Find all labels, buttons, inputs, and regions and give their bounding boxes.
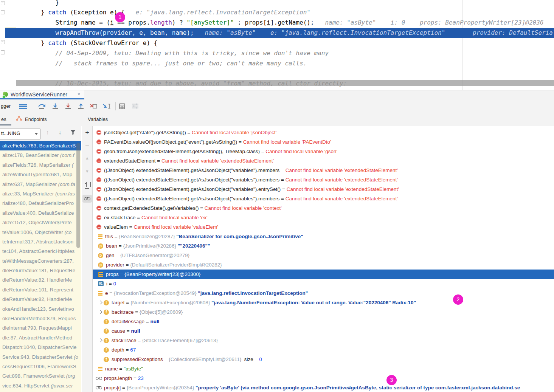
close-icon[interactable]: ✕ [77,92,81,97]
editor-gutter[interactable] [0,0,5,90]
frame-row[interactable]: dle:87, AbstractHandlerMethod [0,333,81,342]
fold-marker-icon[interactable] [1,10,5,14]
fold-marker-icon[interactable] [1,40,5,44]
fold-marker-icon[interactable] [1,1,5,5]
variable-row[interactable]: e = {InvocationTargetException@20549} "j… [93,288,554,298]
run-to-cursor-icon[interactable] [102,103,111,111]
frame-row[interactable]: dleReturnValue:82, HandlerMe [0,294,81,304]
value-icon [98,234,102,239]
show-watches-toggle-icon[interactable] [82,195,92,203]
watch-error-row[interactable]: valueElem = Cannot find local variable '… [93,222,554,232]
hamburger-menu-icon[interactable] [19,104,27,111]
tab-endpoints[interactable]: Endpoints [16,115,22,124]
variable-row[interactable]: suppressedExceptions = {Collections$Empt… [93,355,554,364]
frame-row[interactable]: alize:33, MapSerializer (com.fas [0,189,81,198]
debugger-label: gger [1,103,11,109]
expand-chevron-icon[interactable] [98,338,104,343]
watch-glasses-icon [96,377,102,380]
tab-threads-variables[interactable]: es [1,116,6,122]
watch-error-row[interactable]: gson.fromJson(extendedStateElement.getAs… [93,147,554,156]
variable-row[interactable]: stackTrace = {StackTraceElement[67]@2061… [93,336,554,345]
remove-watch-icon[interactable]: − [82,141,93,149]
frame-row[interactable]: alizeFields:726, MapSerializer ( [0,160,81,170]
watch-glasses-icon [96,386,102,389]
frame-row[interactable]: alize:637, MapSerializer (com.fa [0,180,81,189]
debug-toolwindow-header: WorkflowServiceRunner ✕ [0,90,554,99]
frame-row[interactable]: alize:1512, ObjectWriter$Prefe [0,218,81,227]
thread-dropdown[interactable]: tt...NING [0,129,41,139]
frame-row[interactable]: Dispatch:1040, DispatcherServle [0,342,81,352]
evaluate-expression-icon[interactable] [119,103,126,111]
variable-row[interactable]: backtrace = {Object[5]@20609} [93,307,554,317]
frame-row[interactable]: teInternal:317, AbstractJackson [0,237,81,246]
watch-error-row[interactable]: jsonObject.get("state").getAsString() = … [93,128,554,137]
variable-row[interactable]: name = "asByte" [93,364,554,373]
expand-chevron-icon[interactable] [98,300,104,305]
frame-row[interactable]: dleReturnValue:181, RequestRe [0,266,81,275]
fold-marker-icon[interactable] [1,50,5,54]
frame-row[interactable]: dleReturnValue:101, Represent [0,285,81,294]
code-line-7: // stack frames to spare... just one or … [5,59,554,68]
watch-error-row[interactable]: extendedStateElement = Cannot find local… [93,156,554,166]
move-down-icon[interactable]: ↓ [59,129,62,135]
frame-row[interactable]: okeHandlerMethod:879, Reques [0,314,81,323]
code-lines: } } catch (Exception e) { e: "java.lang.… [5,0,554,90]
step-into-icon[interactable] [51,103,59,111]
frame-row[interactable]: teValue:1006, ObjectWriter (co [0,228,81,237]
frame-row[interactable]: alizeValue:400, DefaultSerialize [0,208,81,218]
watch-error-row[interactable]: ex.stackTrace = Cannot find local variab… [93,213,554,222]
variable-row[interactable]: provider = {DefaultSerializerProvider$Im… [93,260,554,270]
frame-row[interactable]: alize:178, BeanSerializer (com.f [0,150,81,160]
filter-icon[interactable] [70,130,76,136]
move-up-icon[interactable]: ↑ [46,129,49,135]
frame-row[interactable]: te:104, AbstractGenericHttpMes [0,246,81,256]
code-editor[interactable]: } } catch (Exception e) { e: "java.lang.… [0,0,554,90]
frame-row[interactable]: rialize:480, DefaultSerializerPro [0,198,81,208]
editor-horizontal-scrollbar[interactable] [16,80,554,86]
variable-row[interactable]: this = {BeanSerializer@20287} "BeanSeria… [93,232,554,241]
watch-error-row[interactable]: ((JsonObject) extendedStateElement).getA… [93,194,554,203]
frame-row[interactable]: Service:943, DispatcherServlet (o [0,352,81,362]
frame-row[interactable]: vice:634, HttpServlet (javax.ser [0,381,81,390]
frame-row[interactable]: Get:898, FrameworkServlet (org [0,371,81,381]
frames-scrollbar[interactable] [76,143,80,248]
code-line-4: wrapAndThrow(provider, e, bean, name); n… [5,28,554,38]
variable-row[interactable]: gen = {UTF8JsonGenerator@20279} [93,251,554,260]
expand-chevron-icon [98,328,104,334]
watch-error-row[interactable]: ((JsonObject) extendedStateElement).getA… [93,184,554,194]
step-out-icon[interactable] [77,103,85,111]
watch-error-row[interactable]: context.getExtendedState().getVariables(… [93,203,554,213]
variable-row[interactable]: props.length = 23 [93,373,554,383]
variable-row[interactable]: props = {BeanPropertyWriter[23]@20300} [93,270,554,279]
move-watch-up-icon[interactable]: ▲ [82,156,93,160]
add-watch-icon[interactable]: + [82,129,93,137]
frame-row[interactable]: cessRequest:1006, FrameworkS [0,362,81,371]
watch-error-row[interactable]: ((JsonObject) extendedStateElement).getA… [93,175,554,184]
variable-row[interactable]: depth = 67 [93,345,554,355]
variable-row[interactable]: detailMessage = null [93,317,554,326]
value-icon [98,291,102,296]
run-config-tab[interactable]: WorkflowServiceRunner ✕ [0,90,84,99]
frame-row[interactable]: alizeFields:763, BeanSerializerB [0,141,81,150]
frame-row[interactable]: okeAndHandle:123, ServletInvo [0,304,81,314]
thread-dropdown-value: tt...NING [1,130,20,136]
step-over-icon[interactable] [38,103,46,111]
frame-row[interactable]: dleReturnValue:82, HandlerMe [0,275,81,285]
drop-frame-icon[interactable] [90,103,98,111]
frame-row[interactable]: dleInternal:793, RequestMappi [0,323,81,333]
layout-settings-icon[interactable] [132,103,139,110]
duplicate-watch-icon[interactable] [85,183,89,189]
variable-row[interactable]: target = {NumberFormatException@20608} "… [93,298,554,307]
watch-error-row[interactable]: PAEventDto.valueOf(jsonObject.get("event… [93,137,554,147]
watch-error-row[interactable]: ((JsonObject) extendedStateElement).getA… [93,166,554,175]
watch-error-icon [96,139,101,144]
expand-chevron-icon[interactable] [98,310,104,315]
move-watch-down-icon[interactable]: ▼ [82,169,93,174]
variable-row[interactable]: props[i] = {BeanPropertyWriter@20354} "p… [93,383,554,392]
force-step-into-icon[interactable] [64,103,72,111]
variable-row[interactable]: i = 0 [93,279,554,288]
frame-row[interactable]: alizeWithoutTypeInfo:681, Map [0,170,81,179]
variable-row[interactable]: bean = {JsonPrimitive@20286} ""20220406"… [93,241,554,251]
variable-row[interactable]: cause = null [93,326,554,336]
frame-row[interactable]: teWithMessageConverters:287, [0,256,81,266]
